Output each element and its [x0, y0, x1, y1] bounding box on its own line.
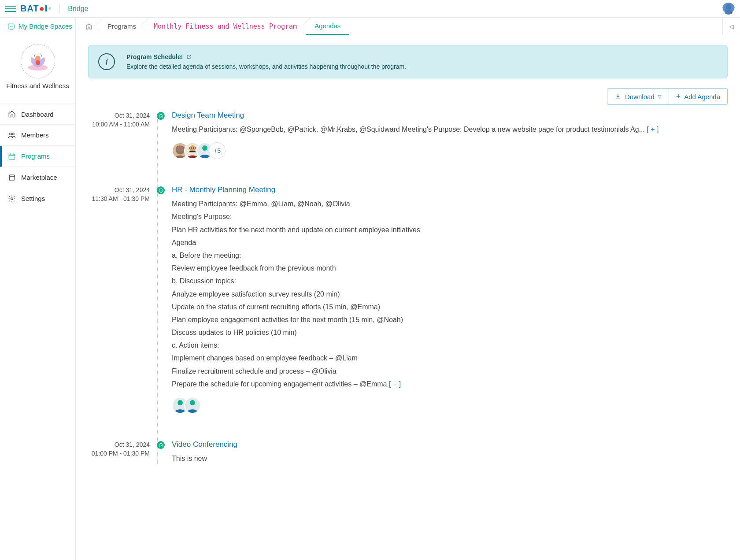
sidebar-item-label: Programs: [21, 152, 50, 160]
agenda-line: a. Before the meeting:: [172, 249, 710, 261]
add-agenda-label: Add Agenda: [684, 93, 720, 100]
sidebar-item-label: Marketplace: [21, 174, 57, 181]
my-spaces-link[interactable]: ← My Bridge Spaces: [0, 18, 76, 35]
sidebar-item-programs[interactable]: Programs: [0, 146, 75, 167]
agenda-line: Plan HR activities for the next month an…: [172, 224, 710, 236]
agenda-line: Plan employee engagement activities for …: [172, 314, 710, 326]
svg-rect-5: [9, 154, 15, 159]
sidebar-item-dashboard[interactable]: Dashboard: [0, 104, 75, 125]
expand-button[interactable]: [ + ]: [647, 126, 659, 133]
back-arrow-icon: ←: [8, 23, 15, 30]
marketplace-icon: [8, 174, 16, 182]
breadcrumb: Programs Monthly Fitness and Wellness Pr…: [76, 18, 722, 35]
svg-rect-12: [189, 151, 196, 152]
collapse-breadcrumb-button[interactable]: ◁: [722, 18, 740, 35]
home-icon: [85, 23, 92, 30]
clock-icon: [159, 443, 163, 448]
breadcrumb-programs[interactable]: Programs: [99, 18, 145, 35]
info-banner: i Program Schedule! Explore the detailed…: [88, 45, 728, 78]
agenda-line: Meeting Participants: @Emma, @Liam, @Noa…: [172, 198, 710, 210]
sidebar-item-marketplace[interactable]: Marketplace: [0, 167, 75, 188]
svg-point-6: [11, 197, 13, 200]
agenda-line: Update on the status of current recruiti…: [172, 301, 710, 313]
external-link-icon[interactable]: [186, 54, 192, 59]
agenda-line: Analyze employee satisfaction survey res…: [172, 288, 710, 300]
banner-desc: Explore the detailed agenda of sessions,…: [126, 63, 406, 70]
download-label: Download: [625, 93, 655, 100]
agenda-datetime: Oct 31, 2024 01:00 PM - 01:30 PM: [88, 440, 150, 465]
app-name[interactable]: Bridge: [59, 4, 88, 14]
agenda-title[interactable]: Video Conferencing: [172, 440, 710, 449]
agenda-date: Oct 31, 2024: [88, 441, 150, 448]
timeline-dot: [157, 186, 165, 194]
agenda-title[interactable]: HR - Monthly Planning Meeting: [172, 185, 710, 194]
agenda-date: Oct 31, 2024: [88, 112, 150, 119]
breadcrumb-program-name[interactable]: Monthly Fitness and Wellness Program: [145, 18, 306, 35]
svg-point-3: [10, 133, 12, 135]
svg-point-17: [178, 400, 183, 405]
svg-point-15: [202, 145, 207, 151]
sidebar-item-members[interactable]: Members: [0, 125, 75, 146]
banner-title: Program Schedule!: [126, 53, 183, 60]
logo[interactable]: BAT●I®: [20, 4, 52, 14]
calendar-icon: [8, 152, 16, 160]
sidebar: Fitness and Wellness Dashboard Members P…: [0, 35, 76, 560]
space-logo: Fitness and Wellness: [0, 35, 75, 94]
my-spaces-label: My Bridge Spaces: [18, 22, 72, 30]
agenda-line: Prepare the schedule for upcoming engage…: [172, 380, 387, 388]
members-icon: [8, 131, 16, 139]
agenda-line: Review employee feedback from the previo…: [172, 262, 710, 274]
avatar[interactable]: [184, 397, 201, 414]
agenda-line: c. Action items:: [172, 339, 710, 351]
agenda-line: Finalize recruitment schedule and proces…: [172, 365, 710, 377]
timeline-dot: [157, 112, 165, 120]
svg-point-18: [190, 400, 195, 405]
sidebar-item-label: Dashboard: [21, 111, 53, 118]
secondary-bar: ← My Bridge Spaces Programs Monthly Fitn…: [0, 18, 740, 35]
agenda-line: Agenda: [172, 237, 710, 248]
logo-part1: BAT: [20, 4, 39, 14]
space-name: Fitness and Wellness: [0, 82, 75, 89]
timeline: Oct 31, 2024 10:00 AM - 11:00 AM Design …: [88, 111, 728, 465]
agenda-summary: Meeting Participants: @SpongeBob, @Patri…: [172, 126, 645, 133]
sidebar-nav: Dashboard Members Programs Marketplace S…: [0, 104, 75, 209]
agenda-line: Implement changes based on employee feed…: [172, 352, 710, 364]
lotus-icon: [23, 47, 52, 76]
info-icon: i: [98, 53, 115, 70]
download-icon: [614, 93, 622, 100]
user-menu-button[interactable]: [722, 3, 735, 15]
agenda-datetime: Oct 31, 2024 11:30 AM - 01:30 PM: [88, 185, 150, 414]
breadcrumb-home[interactable]: [76, 18, 99, 35]
home-icon: [8, 110, 16, 118]
breadcrumb-agendas[interactable]: Agendas: [306, 18, 349, 35]
agenda-line: Discuss updates to HR policies (10 min): [172, 326, 710, 338]
download-button[interactable]: Download ▽: [607, 88, 669, 105]
avatar-more[interactable]: +3: [209, 142, 226, 159]
topbar: BAT●I® Bridge: [0, 0, 740, 18]
gear-icon: [8, 195, 16, 203]
agenda-line: b. Discussion topics:: [172, 275, 710, 287]
agenda-item: Oct 31, 2024 10:00 AM - 11:00 AM Design …: [88, 111, 728, 159]
agenda-time: 11:30 AM - 01:30 PM: [88, 195, 150, 202]
collapse-button[interactable]: [ − ]: [389, 380, 401, 388]
timeline-dot: [157, 441, 165, 449]
add-agenda-button[interactable]: + Add Agenda: [669, 88, 728, 105]
actions-row: Download ▽ + Add Agenda: [88, 88, 728, 105]
svg-point-4: [12, 133, 15, 135]
agenda-time: 10:00 AM - 11:00 AM: [88, 121, 150, 128]
svg-rect-2: [35, 60, 40, 65]
clock-icon: [159, 188, 163, 193]
agenda-item: Oct 31, 2024 01:00 PM - 01:30 PM Video C…: [88, 440, 728, 465]
agenda-title[interactable]: Design Team Meeting: [172, 111, 710, 120]
agenda-date: Oct 31, 2024: [88, 186, 150, 193]
agenda-item: Oct 31, 2024 11:30 AM - 01:30 PM HR - Mo…: [88, 185, 728, 414]
chevron-down-icon: ▽: [658, 94, 662, 99]
plus-icon: +: [676, 93, 681, 100]
agenda-datetime: Oct 31, 2024 10:00 AM - 11:00 AM: [88, 111, 150, 159]
participant-avatars: [172, 397, 710, 414]
participant-avatars: +3: [172, 142, 710, 159]
svg-point-11: [189, 145, 196, 152]
sidebar-item-settings[interactable]: Settings: [0, 188, 75, 209]
menu-toggle-button[interactable]: [5, 4, 16, 14]
logo-part2: I: [45, 4, 48, 14]
